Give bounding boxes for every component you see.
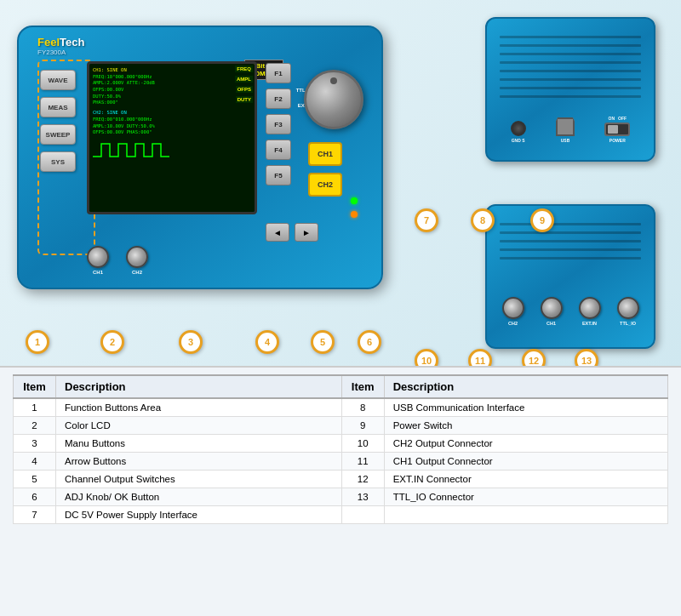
item-desc-1: Channel Output Switches <box>56 471 342 488</box>
ch2-button[interactable]: CH2 <box>308 173 342 197</box>
bnc-ttl-group: TTL_IO <box>617 297 639 326</box>
item-num-2: 9 <box>341 417 384 435</box>
callout-2: 2 <box>100 330 124 354</box>
bnc-ext-group: EXT.IN <box>579 297 601 326</box>
on-off-labels: ONOFF <box>609 116 627 121</box>
item-desc-2: Power Switch <box>384 417 667 435</box>
led2 <box>351 211 358 218</box>
table-row: 3 Manu Buttons 10 CH2 Output Connector <box>14 435 668 453</box>
f5-button[interactable]: F5 <box>266 165 291 185</box>
item-desc-1: Arrow Buttons <box>56 453 342 471</box>
callout-1: 1 <box>26 330 49 354</box>
item-desc-2 <box>384 506 667 524</box>
bnc-ch1-bottom <box>541 297 563 319</box>
usb-b-group: USB <box>556 117 575 143</box>
sweep-button[interactable]: SWEEP <box>40 124 76 145</box>
bnc-ch1-bottom-label: CH1 <box>547 321 556 326</box>
arrow-right-button[interactable]: ► <box>295 223 318 242</box>
item-num-1: 3 <box>14 435 56 453</box>
callout-8: 8 <box>471 208 495 232</box>
main-container: FeelTech FY2300A 12Bit 200MSa/s TTL_IO ▶… <box>0 0 681 616</box>
item-desc-1: DC 5V Power Supply Interface <box>56 506 342 524</box>
col2-item-header: Item <box>341 375 384 398</box>
bnc-ch1-group: CH1 <box>87 246 109 275</box>
col1-desc-header: Description <box>56 375 342 398</box>
power-switch-group: ONOFF POWER <box>604 116 630 143</box>
item-num-1: 4 <box>14 453 56 471</box>
item-num-2: 11 <box>341 453 384 471</box>
bnc-ext-label: EXT.IN <box>582 321 597 326</box>
device-bottom-panel: CH2 CH1 EXT.IN TTL_IO <box>485 204 655 349</box>
callout-13: 13 <box>575 349 598 366</box>
f1-button[interactable]: F1 <box>266 63 291 83</box>
f3-button[interactable]: F3 <box>266 114 291 134</box>
table-row: 2 Color LCD 9 Power Switch <box>14 417 668 435</box>
item-desc-2: CH2 Output Connector <box>384 435 667 453</box>
ch1-button[interactable]: CH1 <box>308 142 342 166</box>
screen-content: CH1: SINE ON FREQ:10°000.000°000Hz AMPL:… <box>89 64 255 212</box>
bnc-ch2-label: CH2 <box>132 270 142 275</box>
callout-11: 11 <box>468 349 492 366</box>
dc-jack <box>511 121 526 136</box>
bnc-ext <box>579 297 601 319</box>
top-device-items: GND S USB ONOFF POWER <box>495 116 645 143</box>
bnc-ttl <box>617 297 639 319</box>
table-row: 6 ADJ Knob/ OK Button 13 TTL_IO Connecto… <box>14 488 668 506</box>
callout-4: 4 <box>255 330 279 354</box>
ch-buttons-area: CH1 CH2 <box>308 142 342 197</box>
switch-knob <box>608 125 618 134</box>
item-num-2: 8 <box>341 398 384 417</box>
bnc-ch2 <box>126 246 148 268</box>
sys-button[interactable]: SYS <box>40 151 76 172</box>
item-num-2: 13 <box>341 488 384 506</box>
led1 <box>351 197 358 204</box>
f2-button[interactable]: F2 <box>266 88 291 109</box>
arrow-buttons-area: ◄ ► <box>266 223 318 242</box>
device-screen: CH1: SINE ON FREQ:10°000.000°000Hz AMPL:… <box>87 61 257 214</box>
wave-button[interactable]: WAVE <box>40 70 76 90</box>
item-desc-2: TTL_IO Connector <box>384 488 667 506</box>
callout-10: 10 <box>415 349 438 366</box>
arrow-left-button[interactable]: ◄ <box>266 223 289 242</box>
power-label: POWER <box>609 138 626 143</box>
bnc-ch2-bottom-label: CH2 <box>508 321 518 326</box>
power-switch[interactable] <box>604 123 630 136</box>
bnc-ttl-label: TTL_IO <box>620 321 636 326</box>
bnc-ch1-bottom-group: CH1 <box>541 297 563 326</box>
meas-button[interactable]: MEAS <box>40 97 76 117</box>
item-num-2 <box>341 506 384 524</box>
callout-9: 9 <box>530 208 554 232</box>
item-num-2: 12 <box>341 471 384 488</box>
table-row: 1 Function Buttons Area 8 USB Communicat… <box>14 398 668 417</box>
dc-jack-group: GND S <box>511 121 526 143</box>
usb-b-label: USB <box>561 138 570 143</box>
led-indicators <box>351 197 358 218</box>
ampl-label: AMPL <box>235 76 253 83</box>
description-table: Item Description Item Description 1 Func… <box>13 374 668 524</box>
device-main: FeelTech FY2300A 12Bit 200MSa/s TTL_IO ▶… <box>17 26 383 289</box>
callout-12: 12 <box>522 349 546 366</box>
ofps-label: OFPS <box>236 86 253 93</box>
table-row: 7 DC 5V Power Supply Interface <box>14 506 668 524</box>
freq-label: FREQ <box>235 66 253 72</box>
item-num-1: 6 <box>14 488 56 506</box>
vent-lines-top <box>500 36 641 98</box>
col2-desc-header: Description <box>384 375 667 398</box>
item-num-1: 2 <box>14 417 56 435</box>
callout-3: 3 <box>179 330 203 354</box>
item-desc-1: Color LCD <box>56 417 342 435</box>
item-num-2: 10 <box>341 435 384 453</box>
adj-knob[interactable] <box>304 70 363 129</box>
item-num-1: 7 <box>14 506 56 524</box>
table-area: Item Description Item Description 1 Func… <box>0 366 681 616</box>
item-desc-1: Manu Buttons <box>56 435 342 453</box>
image-area: FeelTech FY2300A 12Bit 200MSa/s TTL_IO ▶… <box>0 0 681 366</box>
dc-label: GND S <box>512 138 525 143</box>
table-row: 4 Arrow Buttons 11 CH1 Output Connector <box>14 453 668 471</box>
device-top-panel: GND S USB ONOFF POWER <box>485 17 655 162</box>
item-desc-2: USB Communication Interface <box>384 398 667 417</box>
bnc-ch2-bottom <box>502 297 524 319</box>
callout-7: 7 <box>415 208 438 232</box>
item-desc-1: ADJ Knob/ OK Button <box>56 488 342 506</box>
f4-button[interactable]: F4 <box>266 140 291 160</box>
